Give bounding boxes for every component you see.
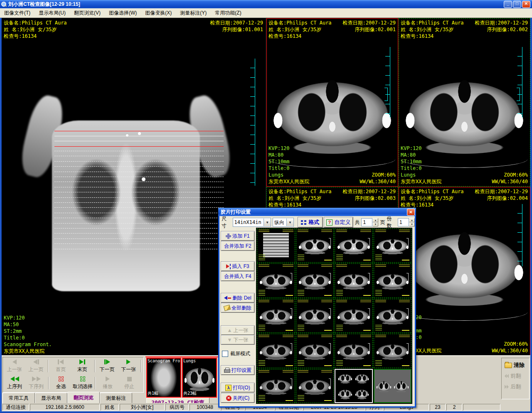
image-panel-5[interactable]: 设备名:Philips CT Aura 姓 名:刘小洲 女/35岁 检查号:16…: [399, 187, 530, 356]
film-thumb-2[interactable]: [296, 229, 334, 263]
chevron-down-icon[interactable]: ▼: [286, 219, 293, 226]
scale-ruler: [385, 47, 390, 118]
scan-range-overlay: [54, 19, 224, 356]
thumbs-divider: [145, 356, 219, 357]
page-back-button[interactable]: 前翻: [503, 371, 528, 381]
device-name: 设备名:Philips CT Aura: [401, 20, 464, 26]
nav-prev-series-button[interactable]: 上序列: [4, 375, 25, 391]
film-size-select[interactable]: 14inX14in ▼: [233, 218, 271, 227]
scan-line: [54, 131, 224, 131]
nav-play-button[interactable]: 播放: [97, 375, 118, 391]
app-icon: [1, 2, 7, 7]
nav-stop-button[interactable]: 停止: [118, 375, 140, 391]
series-thumb-scanogram[interactable]: Scanogram Fro: 共1幅: [146, 358, 181, 398]
dialog-close-button[interactable]: ✕: [407, 209, 415, 216]
film-thumb-4[interactable]: [374, 229, 412, 263]
merge-add-button[interactable]: 合并添加 F2: [221, 241, 254, 251]
nav-next-image-button[interactable]: 下一张: [118, 358, 139, 374]
exam-number: 检查号:16134: [268, 33, 332, 39]
film-thumb-15[interactable]: [335, 334, 373, 368]
nav-label: 下序列: [29, 383, 44, 390]
page-forward-button[interactable]: 后翻: [503, 381, 528, 392]
next-page-icon: [104, 359, 110, 365]
menu-item-3[interactable]: 翻页浏览(V): [70, 8, 105, 18]
film-thumb-8[interactable]: [374, 263, 412, 297]
menu-item-1[interactable]: 图像文件(T): [0, 8, 34, 18]
series-image: 序列图像:02.004: [475, 195, 528, 202]
ct-thumb-image: [258, 305, 294, 327]
spin-down-icon[interactable]: ▼: [409, 222, 415, 226]
page-back-icon: [505, 374, 509, 378]
toolbar-tab-3[interactable]: 翻页浏览: [67, 392, 100, 403]
film-thumb-12[interactable]: [374, 299, 412, 333]
orientation-select[interactable]: 纵向 ▼: [273, 218, 294, 227]
film-thumb-13[interactable]: [257, 334, 295, 368]
zoom-factor: ZOOM:60%: [492, 172, 528, 178]
spin-up-icon[interactable]: ▲: [372, 218, 378, 222]
series-thumb-lungs[interactable]: Lungs 共23幅: [182, 358, 217, 398]
film-thumb-7[interactable]: [335, 263, 373, 297]
menu-item-5[interactable]: 图像变换(X): [141, 8, 176, 18]
menu-item-7[interactable]: 常用功能(Z): [211, 8, 245, 18]
ma: MA:50: [4, 321, 52, 328]
nav-deselect-button[interactable]: 取消选择: [72, 375, 94, 391]
nav-next-series-button[interactable]: 下序列: [25, 375, 47, 391]
chevron-down-icon[interactable]: ▼: [264, 219, 271, 226]
film-thumb-19[interactable]: [335, 369, 373, 403]
delete-button[interactable]: 删除 Del: [221, 293, 254, 302]
checkbox-icon[interactable]: [222, 351, 228, 357]
minimize-button[interactable]: _: [504, 1, 512, 8]
page-count-stepper[interactable]: 1 ▲▼: [361, 218, 378, 226]
film-thumb-20[interactable]: [374, 369, 412, 403]
clear-button[interactable]: 清除: [503, 360, 528, 371]
film-thumb-14[interactable]: [296, 334, 334, 368]
toolbar-tab-4[interactable]: 测量标注: [100, 393, 132, 403]
film-thumb-3[interactable]: [335, 229, 373, 263]
nav-prev-image-button[interactable]: 上一张: [4, 358, 25, 374]
format-button[interactable]: 格式: [298, 217, 323, 227]
patient-name: 姓 名:刘小洲 女/35岁: [401, 195, 464, 202]
film-thumb-1[interactable]: [257, 229, 295, 263]
maximize-button[interactable]: □: [513, 1, 521, 8]
film-thumb-10[interactable]: [296, 299, 334, 333]
toolbar-tab-2[interactable]: 显示布局: [35, 393, 67, 403]
print-button[interactable]: λ 打印(O): [221, 383, 254, 392]
film-thumb-5[interactable]: [257, 263, 295, 297]
ct-thumb-image: [258, 340, 294, 361]
scale-ruler: [517, 204, 522, 266]
next-film-button[interactable]: ▼ 下一张: [221, 335, 254, 344]
film-thumb-18[interactable]: [296, 369, 334, 403]
nav-last-page-button[interactable]: 末页: [71, 358, 93, 374]
film-thumb-9[interactable]: [257, 299, 295, 333]
film-thumb-16[interactable]: [374, 334, 412, 368]
film-thumb-11[interactable]: [335, 299, 373, 333]
menu-item-6[interactable]: 测量标注(Y): [176, 8, 211, 18]
print-setup-button[interactable]: 打印设置: [221, 366, 254, 375]
pages-prefix-label: 共: [355, 219, 360, 226]
dialog-close-action-button[interactable]: ✕ 关闭(C): [221, 393, 254, 403]
nav-next-page-button[interactable]: 下一页: [96, 358, 118, 374]
previous-film-button[interactable]: ▲ 上一张: [221, 326, 254, 335]
menu-item-2[interactable]: 显示布局(U): [34, 8, 70, 18]
add-button[interactable]: 添加 F1: [221, 231, 254, 241]
spin-down-icon[interactable]: ▼: [372, 222, 378, 226]
screenshot-mode-checkbox[interactable]: 截屏模式: [222, 350, 250, 357]
film-thumb-6[interactable]: [296, 263, 334, 297]
film-thumb-17[interactable]: [257, 369, 295, 403]
insert-button[interactable]: 插入 F3: [221, 262, 254, 271]
close-button[interactable]: ✕: [522, 1, 530, 8]
add-icon: [226, 234, 231, 239]
nav-first-page-button[interactable]: 首页: [50, 358, 71, 374]
spin-up-icon[interactable]: ▲: [409, 218, 415, 222]
ct-thumb-image: [375, 305, 411, 327]
custom-button[interactable]: ? 自定义: [324, 217, 353, 227]
delete-all-button[interactable]: 全部删除: [221, 303, 254, 312]
menu-item-4[interactable]: 图像选择(W): [105, 8, 141, 18]
image-panel-3[interactable]: 设备名:Philips CT Aura 姓 名:刘小洲 女/35岁 检查号:16…: [399, 18, 530, 187]
toolbar-tab-1[interactable]: 常用工具: [2, 393, 35, 403]
image-panel-2[interactable]: 设备名:Philips CT Aura 姓 名:刘小洲 女/35岁 检查号:16…: [266, 18, 398, 187]
nav-prev-page-button[interactable]: 上一页: [25, 358, 47, 374]
nav-select-all-button[interactable]: 全选: [50, 375, 72, 391]
merge-insert-button[interactable]: 合并插入 F4: [221, 272, 254, 281]
copies-stepper[interactable]: 1 ▲▼: [398, 218, 415, 226]
